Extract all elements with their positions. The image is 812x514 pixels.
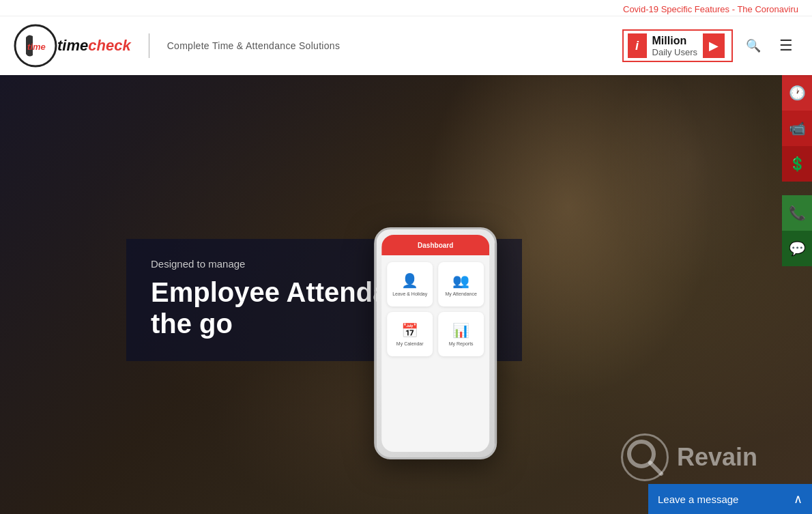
- sidebar-money-button[interactable]: 💲: [782, 146, 812, 182]
- sidebar-video-button[interactable]: 📹: [782, 111, 812, 146]
- nav-right: i Million Daily Users ▶ 🔍 ☰: [622, 29, 798, 62]
- attendance-icon: 👥: [452, 272, 469, 289]
- phone-tile-calendar: 📅 My Calendar: [387, 312, 433, 356]
- logo-circle-icon: time: [14, 24, 57, 68]
- logo-area: time timecheck Complete Time & Attendanc…: [14, 24, 340, 68]
- top-bar: Covid-19 Specific Features - The Coronav…: [0, 0, 812, 16]
- nav-row: time timecheck Complete Time & Attendanc…: [0, 16, 812, 75]
- right-sidebar: 🕐 📹 💲 📞 💬: [782, 75, 812, 266]
- sidebar-phone-button[interactable]: 📞: [782, 195, 812, 231]
- svg-line-3: [650, 463, 661, 474]
- million-badge[interactable]: i Million Daily Users ▶: [622, 29, 733, 62]
- phone-tile-reports: 📊 My Reports: [438, 312, 484, 356]
- phone-mockup: Dashboard 👤 Leave & Holiday 👥 My Attenda…: [374, 227, 551, 514]
- covid-link[interactable]: Covid-19 Specific Features - The Coronav…: [623, 4, 798, 14]
- sidebar-whatsapp-button[interactable]: 💬: [782, 231, 812, 266]
- revain-text: Revain: [677, 443, 757, 472]
- revain-logo-area: Revain: [621, 433, 757, 481]
- leave-message-label: Leave a message: [658, 494, 738, 505]
- revain-icon: [621, 433, 669, 481]
- logo-time-text: time: [57, 37, 88, 55]
- phone-tile-attendance: 👥 My Attendance: [438, 262, 484, 306]
- badge-i-icon: i: [628, 33, 647, 58]
- calendar-label: My Calendar: [396, 341, 424, 346]
- leave-chevron-icon: ∧: [794, 491, 802, 506]
- phone-screen: Dashboard 👤 Leave & Holiday 👥 My Attenda…: [381, 235, 489, 452]
- logo-divider: [149, 33, 149, 58]
- menu-button[interactable]: ☰: [774, 33, 798, 58]
- badge-million-label: Million: [652, 34, 697, 47]
- attendance-label: My Attendance: [446, 291, 477, 296]
- badge-text: Million Daily Users: [652, 34, 697, 58]
- logo[interactable]: time timecheck: [14, 24, 131, 68]
- reports-icon: 📊: [452, 322, 469, 339]
- svg-text:time: time: [27, 42, 46, 52]
- badge-arrow-icon: ▶: [703, 33, 725, 58]
- hero-section: Designed to manage Employee Attendance o…: [0, 75, 812, 514]
- reports-label: My Reports: [449, 341, 474, 346]
- badge-daily-label: Daily Users: [652, 47, 697, 58]
- sidebar-time-button[interactable]: 🕐: [782, 75, 812, 111]
- search-button[interactable]: 🔍: [741, 33, 766, 58]
- phone-header-bar: Dashboard: [381, 235, 489, 255]
- leave-message-bar[interactable]: Leave a message ∧: [648, 484, 812, 514]
- phone-tile-leave: 👤 Leave & Holiday: [387, 262, 433, 306]
- revain-search-icon: [624, 437, 665, 478]
- leave-label: Leave & Holiday: [392, 291, 427, 296]
- logo-check-text: check: [88, 37, 130, 55]
- tagline: Complete Time & Attendance Solutions: [167, 40, 340, 51]
- phone-outer: Dashboard 👤 Leave & Holiday 👥 My Attenda…: [374, 227, 497, 459]
- calendar-icon: 📅: [401, 322, 418, 339]
- phone-app-grid: 👤 Leave & Holiday 👥 My Attendance 📅 My C…: [381, 255, 489, 363]
- leave-icon: 👤: [401, 272, 418, 289]
- header: Covid-19 Specific Features - The Coronav…: [0, 0, 812, 75]
